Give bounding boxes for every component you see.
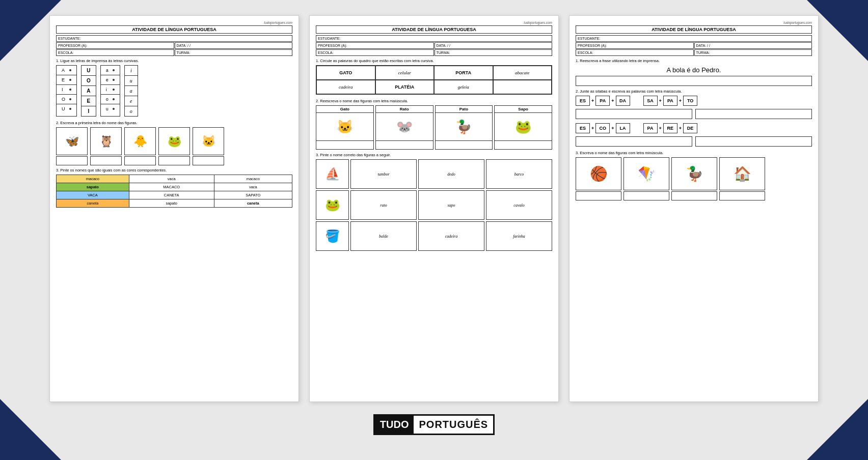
paint-row-3: 🪣 balde cadeira farinha — [316, 221, 552, 251]
paint-section: ⛵ tambor dedo barco 🐸 rato sapo cavalo — [316, 159, 552, 251]
logo-tudo: TUDO — [375, 416, 414, 434]
worksheet-3: tudoportugues.com ATIVIDADE DE LÍNGUA PO… — [569, 15, 819, 402]
color-table: macaco vaca macaco sapato MACACO vaca VA… — [56, 175, 292, 208]
fig-house: 🏠 — [719, 157, 765, 200]
cell-macaco2: macaco — [214, 175, 292, 183]
ws1-estudante: ESTUDANTE: — [56, 35, 292, 42]
cell-vaca-blue: VACA — [57, 191, 129, 199]
main-content: tudoportugues.com ATIVIDADE DE LÍNGUA PO… — [0, 0, 868, 445]
word-grid: GATO celular PORTA abacate cadeira PLATÉ… — [316, 65, 552, 95]
ws2-s3-title: 3. Pinte o nome correto das figuras a se… — [316, 153, 552, 157]
figure-butterfly: 🦋 — [56, 127, 88, 165]
ws3-professor: PROFESSOR (A): — [576, 42, 694, 49]
animal-grid: Gato 🐱 Rato 🐭 Pato 🦆 Sapo 🐸 — [316, 105, 552, 150]
ws2-estudante: ESTUDANTE: — [316, 35, 552, 42]
ws3-answer-line-1 — [576, 76, 812, 86]
ws1-data: DATA: / / — [175, 42, 293, 49]
animal-pato: Pato 🦆 — [435, 105, 493, 150]
left-uppercase-block: A E I O U — [56, 65, 77, 117]
animal-sapo: Sapo 🐸 — [494, 105, 552, 150]
syllable-section: ES + PA + DA SA + PA + TO — [576, 96, 812, 147]
worksheets-row: tudoportugues.com ATIVIDADE DE LÍNGUA PO… — [31, 15, 837, 402]
ws1-s1-title: 1. Ligue as letras de imprensa às letras… — [56, 59, 292, 63]
syllable-answers-2 — [576, 136, 812, 147]
ws3-estudante: ESTUDANTE: — [576, 35, 812, 42]
figure-chick: 🐥 — [124, 127, 156, 165]
cell-macaco-yellow: macaco — [57, 175, 129, 183]
fig-duck: 🦆 — [671, 157, 717, 200]
ws2-escola: ESCOLA: — [316, 49, 434, 56]
figure-owl: 🦉 — [90, 127, 122, 165]
middle-uppercase-block: U O A E I — [81, 65, 96, 117]
cell-caneta: CANETA — [129, 191, 214, 199]
cell-caneta-orange: caneta — [57, 199, 129, 208]
figure-frog: 🐸 — [158, 127, 190, 165]
watermark-1: tudoportugues.com — [56, 21, 292, 24]
cell-sapato2: SAPATO — [214, 191, 292, 199]
ws2-title: ATIVIDADE DE LÍNGUA PORTUGUESA — [316, 25, 552, 34]
ws3-s1-title: 1. Reescreva a frase utilizando letra de… — [576, 59, 812, 63]
cell-vaca: vaca — [129, 175, 214, 183]
syllable-row-2: ES + CO + LA PA + RE + DE — [576, 123, 812, 133]
figure-cat: 🐱 — [193, 127, 224, 165]
animal-rato: Rato 🐭 — [375, 105, 433, 150]
ws3-phrase: A bola é do Pedro. — [576, 66, 812, 74]
watermark-3: tudoportugues.com — [576, 21, 812, 24]
ws1-s3-title: 3. Pinte os nomes que são iguais com as … — [56, 168, 292, 172]
fig-ball: 🏀 — [576, 157, 621, 200]
logo-box: TUDO PORTUGUÊS — [373, 414, 495, 435]
ws2-s1-title: 1. Circule as palavras do quadro que est… — [316, 59, 552, 63]
animal-gato: Gato 🐱 — [316, 105, 374, 150]
ws3-s3-title: 3. Escreva o nome das figuras com letra … — [576, 151, 812, 155]
ws2-turma: TURMA: — [435, 49, 553, 56]
paint-row-2: 🐸 rato sapo cavalo — [316, 190, 552, 220]
ws1-professor: PROFESSOR (A): — [56, 42, 174, 49]
fig-kite: 🪁 — [623, 157, 669, 200]
ws3-turma: TURMA: — [694, 49, 812, 56]
ws1-s2-title: 2. Escreva a primeira letra do nome das … — [56, 121, 292, 125]
worksheet-2: tudoportugues.com ATIVIDADE DE LÍNGUA PO… — [309, 15, 559, 402]
ws2-data: DATA: / / — [435, 42, 553, 49]
paint-row-1: ⛵ tambor dedo barco — [316, 159, 552, 189]
ws1-figures: 🦋 🦉 🐥 🐸 🐱 — [56, 127, 292, 165]
right-lowercase-cursive-block: a e i o u — [100, 65, 120, 117]
ws3-s2-title: 2. Junte as sílabas e escreva as palavra… — [576, 89, 812, 94]
cell-caneta2: caneta — [214, 199, 292, 208]
cell-sapato3: sapato — [129, 199, 214, 208]
cell-macaco3: MACACO — [129, 183, 214, 191]
ws3-title: ATIVIDADE DE LÍNGUA PORTUGUESA — [576, 25, 812, 34]
ws3-data: DATA: / / — [694, 42, 812, 49]
ws2-s2-title: 2. Reescreva o nome das figuras com letr… — [316, 99, 552, 103]
logo-container: TUDO PORTUGUÊS — [373, 414, 495, 435]
watermark-2: tudoportugues.com — [316, 21, 552, 24]
ws3-escola: ESCOLA: — [576, 49, 694, 56]
syllable-row-1: ES + PA + DA SA + PA + TO — [576, 96, 812, 106]
ws3-figures: 🏀 🪁 🦆 🏠 — [576, 157, 812, 200]
ws1-escola: ESCOLA: — [56, 49, 174, 56]
cell-vaca2: vaca — [214, 183, 292, 191]
worksheet-1: tudoportugues.com ATIVIDADE DE LÍNGUA PO… — [49, 15, 299, 402]
logo-portugues: PORTUGUÊS — [414, 416, 493, 434]
ws2-professor: PROFESSOR (A): — [316, 42, 434, 49]
syllable-answers-1 — [576, 109, 812, 119]
right-lowercase-italic-block: i u a e o — [124, 65, 138, 117]
ws1-title: ATIVIDADE DE LÍNGUA PORTUGUESA — [56, 25, 292, 34]
cell-sapato-green: sapato — [57, 183, 129, 191]
connect-letters: A E I O U U — [56, 65, 292, 117]
ws1-turma: TURMA: — [175, 49, 293, 56]
